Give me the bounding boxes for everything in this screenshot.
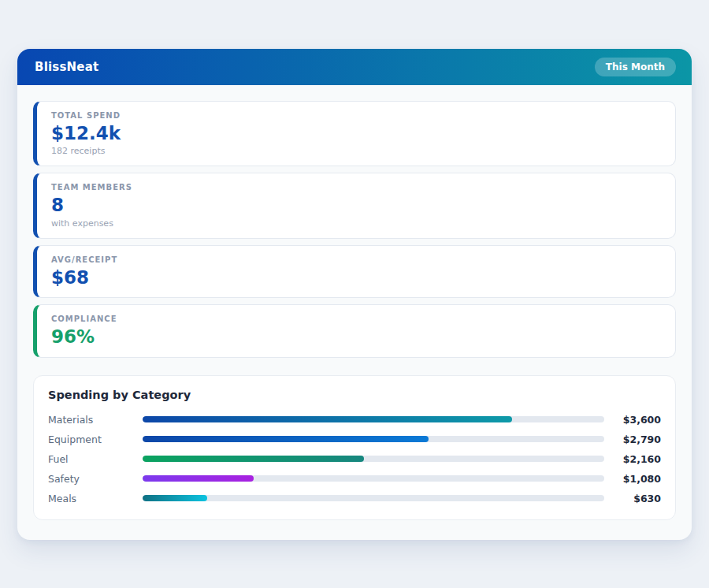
- stat-card-team-members: TEAM MEMBERS 8 with expenses: [33, 173, 676, 238]
- bar-row-fuel: Fuel $2,160: [48, 449, 661, 469]
- bar-value: $2,790: [604, 434, 661, 445]
- app-title: BlissNeat: [35, 60, 98, 74]
- bar-row-materials: Materials $3,600: [48, 410, 661, 430]
- stat-value: $12.4k: [51, 123, 661, 143]
- stat-card-compliance: COMPLIANCE 96%: [33, 304, 676, 357]
- bar-value: $2,160: [604, 453, 661, 465]
- spending-by-category-card: Spending by Category Materials $3,600 Eq…: [33, 375, 676, 520]
- dashboard-card: BlissNeat This Month TOTAL SPEND $12.4k …: [17, 49, 692, 540]
- bar-fill: [143, 436, 429, 442]
- bar-label: Safety: [48, 473, 143, 485]
- stat-value: $68: [51, 267, 661, 288]
- period-badge[interactable]: This Month: [595, 58, 676, 76]
- page-background: BlissNeat This Month TOTAL SPEND $12.4k …: [0, 0, 709, 588]
- bar-fill: [143, 475, 254, 482]
- bar-row-equipment: Equipment $2,790: [48, 430, 661, 449]
- stat-subtext: with expenses: [51, 218, 661, 229]
- bar-value: $3,600: [604, 414, 661, 426]
- bar-label: Equipment: [48, 434, 143, 445]
- bar-fill: [143, 495, 207, 501]
- bar-track: [143, 475, 604, 482]
- bar-value: $630: [604, 493, 661, 504]
- stat-card-avg-receipt: AVG/RECEIPT $68: [33, 245, 676, 298]
- bar-track: [143, 456, 604, 462]
- bar-fill: [143, 456, 364, 462]
- bar-track: [143, 495, 604, 501]
- bar-fill: [143, 416, 512, 422]
- stat-label: AVG/RECEIPT: [51, 255, 661, 264]
- bar-track: [143, 436, 604, 442]
- stat-value: 96%: [51, 326, 661, 347]
- bar-label: Meals: [48, 493, 143, 504]
- stat-card-total-spend: TOTAL SPEND $12.4k 182 receipts: [33, 101, 676, 166]
- spending-card-title: Spending by Category: [48, 389, 661, 401]
- dashboard-content: TOTAL SPEND $12.4k 182 receipts TEAM MEM…: [17, 85, 692, 536]
- stat-label: TOTAL SPEND: [51, 111, 661, 120]
- stat-label: COMPLIANCE: [51, 314, 661, 323]
- bar-track: [143, 416, 604, 422]
- bar-row-meals: Meals $630: [48, 489, 661, 508]
- bar-row-safety: Safety $1,080: [48, 469, 661, 489]
- stat-label: TEAM MEMBERS: [51, 183, 661, 192]
- stat-subtext: 182 receipts: [51, 146, 661, 156]
- bar-label: Fuel: [48, 453, 143, 465]
- app-header: BlissNeat This Month: [17, 49, 692, 85]
- bar-label: Materials: [48, 414, 143, 426]
- stat-value: 8: [51, 195, 661, 215]
- bar-value: $1,080: [604, 473, 661, 485]
